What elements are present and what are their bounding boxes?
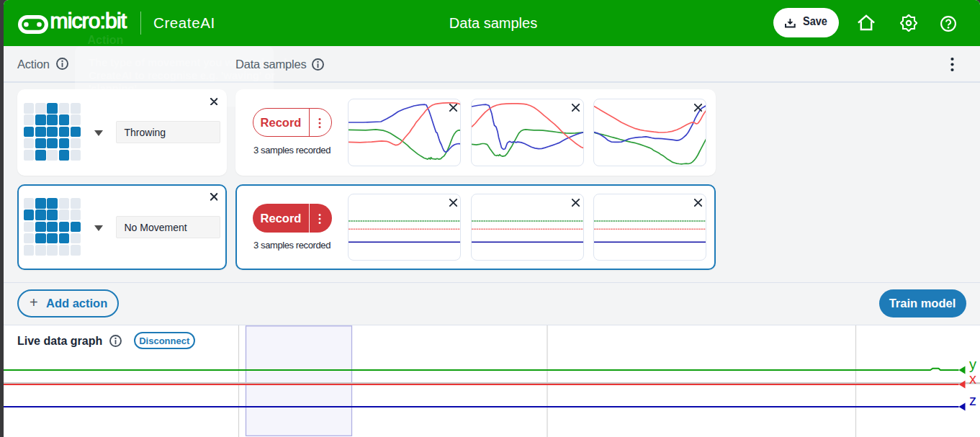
svg-text:y: y <box>969 356 976 371</box>
svg-text:x: x <box>969 370 976 386</box>
svg-text:z: z <box>969 392 976 407</box>
